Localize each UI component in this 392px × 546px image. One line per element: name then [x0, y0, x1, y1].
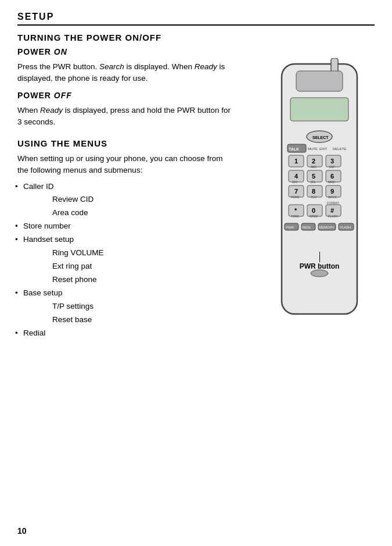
svg-text:DEF: DEF [329, 165, 335, 169]
svg-rect-2 [296, 71, 343, 91]
svg-text:9: 9 [330, 188, 334, 195]
section2-body: When setting up or using your phone, you… [17, 153, 232, 177]
svg-text:7: 7 [294, 188, 298, 195]
section1-title: Turning the Power ON/OFF [17, 33, 375, 42]
page-number: 10 [17, 526, 27, 536]
list-item-label: Redial [23, 329, 45, 337]
power-on-title: Power ON [17, 47, 375, 56]
list-item-label: Base setup [23, 288, 63, 297]
page-header: Setup [17, 12, 375, 26]
list-item-label: Caller ID [23, 182, 54, 191]
svg-text:TALK: TALK [289, 147, 299, 151]
power-off-keyword: OFF [54, 91, 72, 100]
svg-text:4: 4 [294, 173, 299, 180]
power-on-body: Press the PWR button. Search is displaye… [17, 61, 232, 85]
svg-text:ABC: ABC [311, 165, 317, 169]
svg-text:EXIT: EXIT [319, 147, 328, 151]
svg-text:TUV: TUV [311, 195, 317, 199]
svg-text:TONE: TONE [291, 215, 299, 218]
svg-text:MEMORY: MEMORY [319, 226, 335, 229]
power-off-body: When Ready is displayed, press and hold … [17, 105, 232, 129]
svg-text:FORMAT: FORMAT [327, 201, 339, 205]
phone-svg: SELECT TALK MUTE EXIT DELETE 1 2 ABC 3 D… [264, 58, 375, 343]
pwr-button-annotation: PWR button [264, 252, 375, 270]
svg-text:0: 0 [312, 207, 315, 214]
svg-text:FLASH: FLASH [328, 215, 338, 218]
svg-text:SELECT: SELECT [312, 135, 329, 140]
svg-rect-3 [290, 98, 348, 121]
pwr-label-line [319, 252, 320, 262]
svg-text:OPER: OPER [310, 215, 318, 218]
svg-text:GHI: GHI [292, 180, 297, 184]
svg-text:PWR: PWR [286, 226, 294, 229]
svg-text:*: * [294, 207, 297, 214]
power-on-keyword: ON [54, 47, 67, 56]
list-item-label: Store number [23, 222, 71, 230]
svg-text:5: 5 [312, 173, 315, 180]
svg-text:WXYZ: WXYZ [328, 195, 336, 199]
svg-text:3: 3 [330, 158, 334, 165]
svg-text:PORS: PORS [291, 195, 300, 199]
svg-text:FLASH: FLASH [340, 226, 351, 229]
page-container: Setup Turning the Power ON/OFF Power ON … [0, 0, 392, 546]
svg-text:8: 8 [312, 188, 315, 195]
svg-text:#: # [330, 207, 334, 214]
svg-text:REDL: REDL [302, 226, 312, 229]
svg-text:MNO: MNO [328, 180, 335, 184]
svg-text:6: 6 [330, 173, 334, 180]
svg-point-55 [311, 270, 328, 277]
svg-text:DELETE: DELETE [333, 147, 346, 151]
svg-text:JKL: JKL [311, 180, 316, 184]
svg-text:MUTE: MUTE [308, 147, 318, 151]
svg-text:1: 1 [294, 158, 298, 165]
svg-text:2: 2 [312, 158, 315, 165]
list-item-label: Handset setup [23, 235, 74, 244]
pwr-button-label: PWR button [300, 262, 340, 270]
phone-illustration: SELECT TALK MUTE EXIT DELETE 1 2 ABC 3 D… [264, 58, 375, 361]
page-title: Setup [17, 12, 375, 22]
